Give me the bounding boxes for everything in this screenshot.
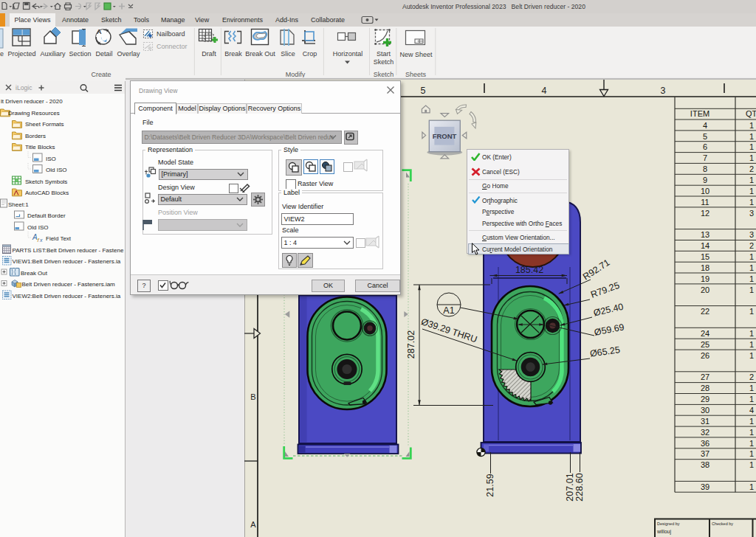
svg-text:Break Out: Break Out [21,270,48,277]
svg-text:1: 1 [749,121,754,130]
svg-text:287.02: 287.02 [406,330,416,358]
svg-text:29: 29 [701,395,709,403]
svg-text:1: 1 [749,482,754,491]
svg-text:Connector: Connector [157,43,188,50]
svg-text:11: 11 [701,198,709,207]
svg-text:5: 5 [703,132,707,141]
svg-text:2: 2 [749,373,754,381]
svg-text:QTY: QTY [746,109,756,118]
svg-text:19: 19 [701,274,709,283]
svg-text:39: 39 [701,482,709,491]
svg-text:4: 4 [749,406,754,415]
svg-text:32: 32 [701,428,709,437]
svg-text:4: 4 [542,86,547,96]
svg-text:1: 1 [749,340,754,349]
svg-text:1: 1 [749,428,754,437]
svg-text:1: 1 [749,449,754,458]
svg-text:Sheet Formats: Sheet Formats [25,121,63,128]
svg-text:Section: Section [69,50,91,58]
svg-text:13: 13 [701,230,709,239]
svg-text:28: 28 [701,384,709,392]
svg-text:Old ISO: Old ISO [46,167,66,173]
svg-text:1: 1 [749,142,754,151]
svg-text:VIEW1:Belt Driven reducer - Fa: VIEW1:Belt Driven reducer - Fasteners.ia [13,258,121,265]
svg-text:Title Blocks: Title Blocks [25,144,55,150]
svg-text:21.59: 21.59 [485,474,495,496]
svg-text:1: 1 [749,274,754,283]
svg-text:Create: Create [91,71,111,78]
svg-text:10: 10 [701,187,709,195]
svg-text:207.01: 207.01 [565,473,575,501]
svg-text:ISO: ISO [46,156,56,162]
svg-text:x: x [39,238,43,243]
svg-text:Nailboard: Nailboard [157,30,185,38]
svg-text:1: 1 [749,252,754,261]
svg-text:2: 2 [749,241,754,250]
svg-text:4: 4 [703,121,707,130]
svg-text:22: 22 [701,307,709,316]
svg-text:1: 1 [749,351,754,360]
svg-text:185.42: 185.42 [515,265,543,275]
svg-text:iLogic: iLogic [16,84,32,91]
svg-text:Sketch Symbols: Sketch Symbols [25,179,67,185]
svg-text:lt Driven reducer - 2020: lt Driven reducer - 2020 [1,98,63,105]
svg-text:Belt Driven reducer - Fastener: Belt Driven reducer - Fasteners.iam [22,281,116,288]
svg-text:1: 1 [749,263,754,272]
svg-text:PARTS LIST:Belt Driven reducer: PARTS LIST:Belt Driven reducer - Fastene [13,247,124,254]
svg-text:Sketch: Sketch [374,58,394,66]
svg-text:9: 9 [703,176,707,184]
svg-text:36: 36 [701,439,709,448]
svg-text:1: 1 [749,384,754,392]
svg-text:7: 7 [703,153,707,162]
svg-text:Draft: Draft [202,50,216,58]
svg-text:26: 26 [701,351,709,360]
svg-text:B: B [250,392,255,401]
svg-text:A1: A1 [443,305,454,316]
svg-text:6: 6 [703,142,707,151]
svg-text:Break Out: Break Out [245,50,275,58]
svg-text:Checked by: Checked by [712,522,733,526]
svg-text:Slice: Slice [281,50,295,58]
svg-text:30: 30 [701,406,709,415]
svg-text:5: 5 [421,86,426,96]
svg-text:Sheet:1: Sheet:1 [8,201,29,208]
svg-text:25: 25 [701,340,709,349]
svg-text:8: 8 [703,164,707,173]
svg-text:31: 31 [701,417,709,426]
svg-text:AutoCAD Blocks: AutoCAD Blocks [25,190,69,196]
svg-text:Field Text: Field Text [46,235,72,242]
svg-text:willouj: willouj [656,529,672,535]
svg-text:228.60: 228.60 [574,473,585,501]
svg-text:20: 20 [701,285,709,294]
svg-text:Borders: Borders [25,133,46,139]
svg-text:3: 3 [749,209,754,218]
svg-text:1: 1 [749,153,754,162]
svg-text:ITEM: ITEM [690,109,709,118]
svg-text:Detail: Detail [95,50,112,58]
svg-text:A: A [97,28,102,35]
svg-text:37: 37 [701,449,709,458]
svg-text:Crop: Crop [303,50,317,58]
svg-text:1: 1 [749,329,754,338]
svg-text:1: 1 [749,198,754,207]
svg-text:1: 1 [749,176,754,184]
svg-text:Auxiliary: Auxiliary [40,50,66,58]
svg-text:18: 18 [701,263,709,272]
svg-text:Designed by: Designed by [657,522,680,526]
svg-text:Drawing Resources: Drawing Resources [8,110,60,117]
svg-text:3: 3 [749,230,754,239]
svg-text:1: 1 [749,395,754,403]
svg-text:Overlay: Overlay [117,50,140,58]
svg-text:VIEW2:Belt Driven reducer - Fa: VIEW2:Belt Driven reducer - Fasteners.ia [13,293,121,299]
svg-text:15: 15 [701,252,709,261]
svg-text:Start: Start [377,50,391,58]
svg-text:e: e [0,50,4,58]
svg-text:38: 38 [701,460,709,469]
svg-text:Old ISO: Old ISO [27,224,48,231]
svg-text:Default Border: Default Border [27,212,66,219]
svg-text:12: 12 [701,209,709,218]
svg-text:27: 27 [701,373,709,381]
svg-text:1: 1 [749,439,754,448]
svg-text:New Sheet: New Sheet [399,51,433,58]
svg-text:1: 1 [749,132,754,141]
